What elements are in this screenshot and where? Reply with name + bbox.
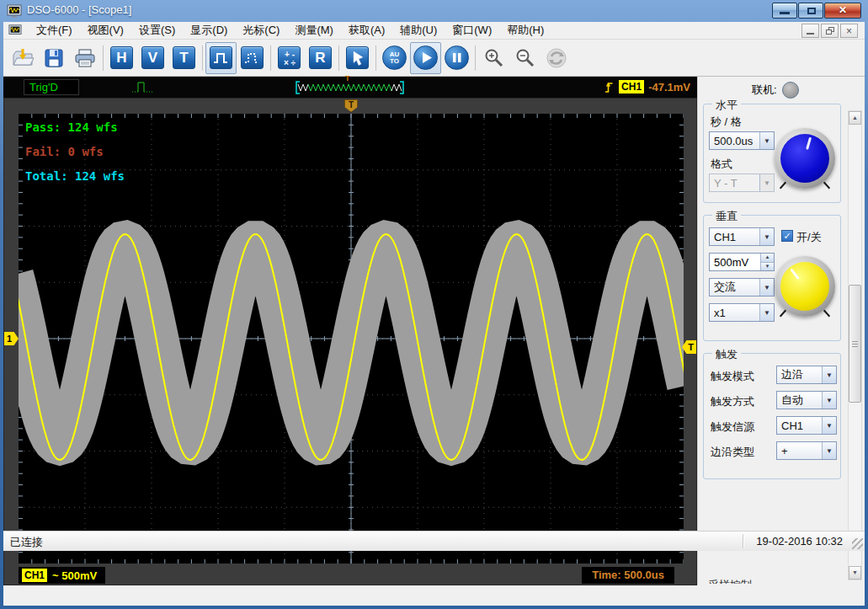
reference-button[interactable]: R (305, 42, 336, 74)
menu-item-view[interactable]: 视图(V) (80, 21, 131, 40)
passfail-mask-button[interactable] (205, 42, 237, 74)
cursor-button[interactable] (342, 42, 373, 74)
coupling-select[interactable]: 交流 ▼ (709, 278, 775, 296)
edge-type-select[interactable]: + ▼ (776, 441, 837, 460)
pulse-wave-icon (210, 46, 232, 69)
menu-item-measure[interactable]: 测量(M) (287, 21, 341, 40)
format-label: 格式 (711, 157, 732, 172)
statusbar: 已连接 19-02-2016 10:32 (3, 531, 865, 551)
pass-fail-readout: Pass: 124 wfs Fail: 0 wfs Total: 124 wfs (25, 120, 125, 194)
preview-trigger-marker[interactable]: T (345, 74, 350, 83)
save-button[interactable] (38, 42, 69, 74)
minimize-icon (807, 33, 814, 35)
horizontal-button[interactable]: H (106, 42, 137, 74)
link-status-indicator (782, 82, 799, 99)
panel-scrollbar[interactable]: ▲ ▼ (848, 110, 862, 580)
timebase-readout: Time: 500.0us (582, 567, 674, 584)
math-button[interactable]: + - × ÷ (274, 42, 305, 74)
sync-button (541, 42, 572, 74)
trigger-group-title: 触发 (712, 347, 741, 362)
channel-badge: CH1 (22, 569, 47, 582)
close-button[interactable]: ✕ (824, 3, 861, 19)
channel-on-off-checkbox[interactable]: ✓ (781, 230, 793, 242)
open-file-button[interactable] (7, 42, 38, 74)
zoom-out-button[interactable] (509, 42, 541, 74)
channel-select[interactable]: CH1 ▼ (709, 227, 775, 246)
vertical-group-title: 垂直 (712, 209, 741, 224)
rising-edge-icon (604, 79, 615, 94)
minimize-button[interactable] (772, 3, 797, 19)
pause-icon (445, 45, 469, 70)
format-select: Y - T ▼ (709, 174, 775, 192)
mdi-minimize-button[interactable] (801, 24, 819, 38)
trigger-source-select[interactable]: CH1 ▼ (776, 416, 837, 435)
resize-grip[interactable] (852, 538, 863, 549)
connection-status: 已连接 (10, 535, 43, 550)
autoset-button[interactable]: AU TO (379, 42, 410, 74)
zoom-out-icon (514, 47, 536, 69)
probe-select[interactable]: x1 ▼ (709, 303, 775, 322)
chevron-up-icon[interactable]: ▲ (761, 254, 774, 262)
trigger-level-value: -47.1mV (648, 81, 690, 93)
menu-item-acquire[interactable]: 获取(A) (341, 21, 392, 40)
printer-icon (73, 47, 97, 69)
menu-item-cursor[interactable]: 光标(C) (235, 21, 287, 40)
scope-graticule: Pass: 124 wfs Fail: 0 wfs Total: 124 wfs (19, 114, 684, 564)
mdi-close-button[interactable]: × (840, 24, 858, 38)
horizontal-scale-knob[interactable] (775, 128, 835, 189)
trigger-level-marker[interactable]: T (682, 340, 696, 354)
zoom-in-button[interactable] (478, 42, 509, 74)
chevron-down-icon: ▼ (759, 228, 774, 245)
sync-refresh-icon (546, 47, 567, 69)
channel1-position-marker[interactable]: 1 (4, 332, 19, 345)
scrollbar-thumb[interactable] (849, 285, 861, 403)
scroll-down-button[interactable]: ▼ (849, 566, 861, 580)
menu-item-display[interactable]: 显示(D) (183, 21, 235, 40)
mdi-restore-button[interactable] (821, 24, 839, 38)
menu-item-file[interactable]: 文件(F) (29, 21, 80, 40)
menu-item-window[interactable]: 窗口(W) (445, 21, 499, 40)
pass-count: Pass: 124 wfs (25, 120, 125, 134)
run-button[interactable] (410, 42, 441, 74)
maximize-button[interactable] (798, 3, 823, 19)
chevron-down-icon: ▼ (759, 304, 774, 321)
chevron-down-icon: ▼ (822, 417, 836, 434)
horizontal-group-title: 水平 (712, 98, 741, 113)
volts-per-div-stepper[interactable]: 500mV ▲▼ (709, 253, 775, 271)
scope-status-row: Trig'D T CH1 -47.1mV (3, 77, 697, 98)
chevron-down-icon: ▼ (759, 174, 774, 191)
sec-per-div-select[interactable]: 500.0us ▼ (709, 131, 775, 150)
print-button[interactable] (69, 42, 100, 74)
vertical-button[interactable]: V (137, 42, 168, 74)
floppy-save-icon (43, 47, 65, 69)
menu-item-settings[interactable]: 设置(S) (131, 21, 183, 40)
pause-button[interactable] (441, 42, 472, 74)
client-area: 文件(F) 视图(V) 设置(S) 显示(D) 光标(C) 测量(M) 获取(A… (3, 22, 865, 606)
trigger-button[interactable]: T (168, 42, 200, 74)
trigger-source-label: 触发信源 (711, 419, 754, 435)
zoom-in-icon (483, 47, 505, 69)
trigger-mode-select[interactable]: 边沿 ▼ (776, 366, 837, 384)
trigger-readout: CH1 -47.1mV (604, 78, 690, 95)
v-letter-icon: V (141, 46, 164, 69)
scroll-up-button[interactable]: ▲ (849, 111, 861, 125)
menu-item-help[interactable]: 帮助(H) (499, 21, 551, 40)
titlebar[interactable]: DSO-6000 - [Scope1] ✕ (0, 0, 868, 22)
channel-on-off-label: 开/关 (796, 230, 822, 245)
toolbar-separator (270, 45, 271, 71)
toolbar-separator (338, 45, 339, 71)
trigger-group: 触发 触发模式 边沿 ▼ 触发方式 自动 ▼ 触发信源 CH1 ▼ 边沿类型 (703, 353, 841, 479)
trigger-sweep-select[interactable]: 自动 ▼ (776, 391, 837, 409)
statusbar-divider (743, 534, 743, 548)
menu-item-utility[interactable]: 辅助(U) (392, 21, 445, 40)
toolbar-separator (202, 45, 203, 71)
waveform-sequence-button[interactable] (237, 42, 268, 74)
r-letter-icon: R (309, 46, 332, 69)
toolbar-separator (475, 45, 476, 71)
cursor-arrow-icon (346, 46, 369, 69)
app-window: DSO-6000 - [Scope1] ✕ 文件(F) 视图(V) 设置(S) … (0, 0, 868, 609)
vertical-scale-knob[interactable] (775, 256, 835, 317)
chevron-down-icon[interactable]: ▼ (761, 262, 774, 271)
trigger-position-marker[interactable]: T (344, 99, 358, 112)
app-icon (7, 3, 22, 19)
